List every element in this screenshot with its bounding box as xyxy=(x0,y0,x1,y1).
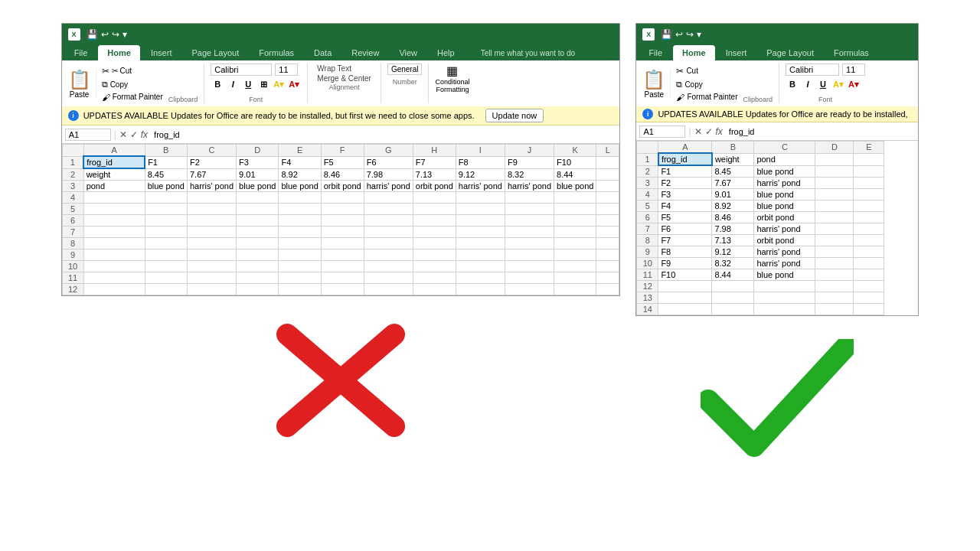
col-header-E-right[interactable]: E xyxy=(854,142,884,154)
cell-left-8-11[interactable] xyxy=(596,238,619,249)
cell-left-6-2[interactable] xyxy=(187,215,236,227)
italic-button-right[interactable]: I xyxy=(801,77,815,91)
wrap-text-button-left[interactable]: Wrap Text xyxy=(314,64,374,73)
cell-left-4-9[interactable] xyxy=(505,192,554,204)
tab-file-right[interactable]: File xyxy=(639,45,671,60)
cell-left-5-2[interactable] xyxy=(187,204,236,215)
cell-right-9-2[interactable]: harris' pond xyxy=(754,246,815,258)
cell-left-3-10[interactable]: blue pond xyxy=(554,181,596,192)
cell-right-14-2[interactable] xyxy=(754,304,815,315)
cell-right-2-1[interactable]: 8.45 xyxy=(712,165,754,178)
cell-left-5-3[interactable] xyxy=(237,204,279,215)
cell-left-8-1[interactable] xyxy=(145,238,187,249)
cell-left-3-7[interactable]: orbit pond xyxy=(413,181,456,192)
cell-left-10-11[interactable] xyxy=(596,261,619,272)
copy-button-left[interactable]: ⧉ Copy xyxy=(100,79,165,90)
cell-right-13-3[interactable] xyxy=(815,292,854,304)
cell-right-6-4[interactable] xyxy=(854,212,884,223)
cell-left-9-4[interactable] xyxy=(279,249,321,261)
bold-button-right[interactable]: B xyxy=(786,77,799,91)
formula-fx-right[interactable]: fx xyxy=(716,126,723,137)
tab-home-right[interactable]: Home xyxy=(673,45,715,60)
cell-left-4-10[interactable] xyxy=(554,192,596,204)
cell-left-11-4[interactable] xyxy=(279,272,321,284)
cell-right-8-1[interactable]: 7.13 xyxy=(712,235,754,246)
cell-left-7-2[interactable] xyxy=(187,227,236,238)
cell-left-11-11[interactable] xyxy=(596,272,619,284)
save-icon[interactable]: 💾 xyxy=(87,29,98,40)
formula-confirm-left[interactable]: ✓ xyxy=(130,129,138,140)
paste-button-right[interactable]: 📋 xyxy=(642,69,665,90)
font-name-right[interactable] xyxy=(786,64,839,76)
cell-left-1-6[interactable]: F6 xyxy=(364,156,413,168)
col-header-J-left[interactable]: J xyxy=(505,145,554,157)
cell-left-10-8[interactable] xyxy=(456,261,505,272)
cell-left-4-6[interactable] xyxy=(364,192,413,204)
cell-left-3-3[interactable]: blue pond xyxy=(237,181,279,192)
cell-left-12-10[interactable] xyxy=(554,284,596,295)
fill-button-right[interactable]: A▾ xyxy=(831,77,845,91)
cell-left-9-0[interactable] xyxy=(83,249,145,261)
cell-right-5-4[interactable] xyxy=(854,201,884,212)
cell-left-10-6[interactable] xyxy=(364,261,413,272)
col-header-I-left[interactable]: I xyxy=(456,145,505,157)
col-header-H-left[interactable]: H xyxy=(413,145,456,157)
cell-right-3-1[interactable]: 7.67 xyxy=(712,178,754,189)
formula-input-left[interactable] xyxy=(151,129,616,140)
cell-left-3-5[interactable]: orbit pond xyxy=(321,181,364,192)
cell-left-2-6[interactable]: 7.98 xyxy=(364,168,413,181)
cell-right-5-0[interactable]: F4 xyxy=(658,201,712,212)
cell-left-9-11[interactable] xyxy=(596,249,619,261)
cell-left-1-10[interactable]: F10 xyxy=(554,156,596,168)
cell-left-11-5[interactable] xyxy=(321,272,364,284)
cell-left-1-3[interactable]: F3 xyxy=(237,156,279,168)
col-header-B-left[interactable]: B xyxy=(145,145,187,157)
cell-left-5-10[interactable] xyxy=(554,204,596,215)
cell-left-4-5[interactable] xyxy=(321,192,364,204)
cell-left-11-0[interactable] xyxy=(83,272,145,284)
cell-left-1-11[interactable] xyxy=(596,156,619,168)
cell-right-3-0[interactable]: F2 xyxy=(658,178,712,189)
col-header-A-right[interactable]: A xyxy=(658,142,712,154)
cell-left-1-4[interactable]: F4 xyxy=(279,156,321,168)
cell-left-5-8[interactable] xyxy=(456,204,505,215)
cell-right-11-1[interactable]: 8.44 xyxy=(712,269,754,281)
cell-left-9-7[interactable] xyxy=(413,249,456,261)
cell-left-8-9[interactable] xyxy=(505,238,554,249)
copy-button-right[interactable]: ⧉ Copy xyxy=(674,79,740,90)
cell-right-6-3[interactable] xyxy=(815,212,854,223)
save-icon-right[interactable]: 💾 xyxy=(661,29,672,40)
tab-pagelayout-left[interactable]: Page Layout xyxy=(182,45,248,60)
cell-left-12-0[interactable] xyxy=(83,284,145,295)
cell-left-1-7[interactable]: F7 xyxy=(413,156,456,168)
border-button-left[interactable]: ⊞ xyxy=(256,77,270,91)
cell-right-10-3[interactable] xyxy=(815,258,854,269)
cond-format-left[interactable]: ▦ Conditional Formatting xyxy=(435,64,469,103)
cell-right-12-4[interactable] xyxy=(854,281,884,292)
cell-left-5-9[interactable] xyxy=(505,204,554,215)
col-header-K-left[interactable]: K xyxy=(554,145,596,157)
cell-right-14-1[interactable] xyxy=(712,304,754,315)
cell-left-10-4[interactable] xyxy=(279,261,321,272)
cell-left-10-7[interactable] xyxy=(413,261,456,272)
cut-button-left[interactable]: ✂ ✂ Cut xyxy=(100,65,165,77)
cell-left-10-2[interactable] xyxy=(187,261,236,272)
tab-home-left[interactable]: Home xyxy=(98,45,140,60)
number-format-left[interactable]: General xyxy=(387,64,423,75)
cell-right-1-3[interactable] xyxy=(815,153,854,165)
name-box-left[interactable] xyxy=(65,129,111,141)
cell-left-9-5[interactable] xyxy=(321,249,364,261)
tab-insert-left[interactable]: Insert xyxy=(142,45,181,60)
cell-left-12-4[interactable] xyxy=(279,284,321,295)
cell-left-3-11[interactable] xyxy=(596,181,619,192)
cell-left-3-1[interactable]: blue pond xyxy=(145,181,187,192)
cell-left-7-10[interactable] xyxy=(554,227,596,238)
tab-help-left[interactable]: Help xyxy=(428,45,464,60)
cell-right-4-4[interactable] xyxy=(854,189,884,201)
cell-left-12-8[interactable] xyxy=(456,284,505,295)
cell-left-5-7[interactable] xyxy=(413,204,456,215)
cell-left-4-7[interactable] xyxy=(413,192,456,204)
cell-right-2-4[interactable] xyxy=(854,165,884,178)
formula-fx-left[interactable]: fx xyxy=(141,129,148,140)
tab-formulas-right[interactable]: Formulas xyxy=(825,45,878,60)
